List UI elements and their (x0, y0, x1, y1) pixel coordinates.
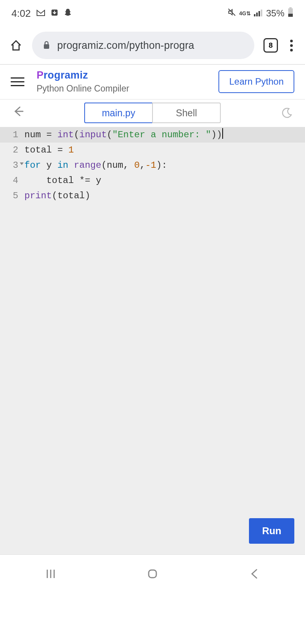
svg-rect-8 (44, 44, 49, 49)
status-bar: 4:02 4G⇅ 35% (0, 0, 305, 27)
tab-main[interactable]: main.py (84, 103, 153, 123)
theme-toggle-button[interactable] (278, 107, 296, 119)
code-content[interactable]: total *= y (24, 173, 101, 188)
svg-rect-4 (261, 10, 262, 16)
text-cursor (222, 128, 223, 139)
brand-logo[interactable]: Programiz (37, 69, 206, 81)
url-bar[interactable]: programiz.com/python-progra (32, 32, 254, 59)
lock-icon (43, 40, 51, 50)
code-line[interactable]: 3for y in range(num, 0,-1): (0, 158, 305, 173)
svg-rect-5 (289, 7, 292, 8)
svg-rect-2 (256, 13, 258, 16)
code-content[interactable]: print(total) (24, 188, 90, 204)
learn-python-button[interactable]: Learn Python (218, 70, 294, 93)
svg-rect-12 (149, 570, 156, 578)
status-time: 4:02 (11, 8, 31, 19)
battery-percent: 35% (266, 8, 284, 19)
code-line[interactable]: 2total = 1 (0, 143, 305, 158)
updates-icon (51, 8, 58, 19)
code-content[interactable]: total = 1 (24, 143, 74, 158)
android-nav-bar (0, 554, 305, 593)
snapchat-icon (64, 8, 72, 19)
mute-icon (228, 8, 236, 19)
browser-bar: programiz.com/python-progra 8 (0, 27, 305, 65)
back-button[interactable] (9, 105, 27, 121)
brand: Programiz Python Online Compiler (37, 69, 206, 94)
svg-rect-3 (258, 11, 260, 16)
back-nav-button[interactable] (246, 566, 262, 582)
home-nav-button[interactable] (144, 566, 161, 582)
tabs-row: main.py Shell (0, 100, 305, 127)
code-content[interactable]: for y in range(num, 0,-1): (24, 158, 167, 173)
hamburger-menu-button[interactable] (11, 77, 24, 86)
code-line[interactable]: 5print(total) (0, 188, 305, 204)
code-line[interactable]: 4 total *= y (0, 173, 305, 188)
brand-subtitle: Python Online Compiler (37, 84, 206, 94)
run-button[interactable]: Run (249, 518, 294, 544)
gmail-icon (36, 8, 45, 19)
line-number: 4 (0, 173, 24, 188)
network-4g-icon: 4G⇅ (239, 10, 251, 16)
battery-icon (287, 7, 294, 19)
code-line[interactable]: 1num = int(input("Enter a number: ")) (0, 127, 305, 143)
fold-marker-icon[interactable] (20, 162, 24, 165)
line-number: 3 (0, 158, 24, 173)
signal-icon (254, 8, 263, 19)
page-header: Programiz Python Online Compiler Learn P… (0, 65, 305, 100)
code-content[interactable]: num = int(input("Enter a number: ")) (24, 127, 223, 143)
line-number: 5 (0, 188, 24, 204)
line-number: 2 (0, 143, 24, 158)
home-button[interactable] (9, 39, 23, 52)
svg-rect-7 (288, 14, 293, 17)
line-number: 1 (0, 127, 24, 143)
svg-rect-1 (254, 14, 255, 16)
kebab-menu-button[interactable] (287, 37, 296, 55)
tab-count-button[interactable]: 8 (263, 38, 278, 53)
url-text: programiz.com/python-progra (57, 40, 194, 51)
tab-shell[interactable]: Shell (152, 103, 221, 123)
code-editor[interactable]: 1num = int(input("Enter a number: "))2to… (0, 127, 305, 554)
recent-apps-button[interactable] (43, 566, 59, 582)
